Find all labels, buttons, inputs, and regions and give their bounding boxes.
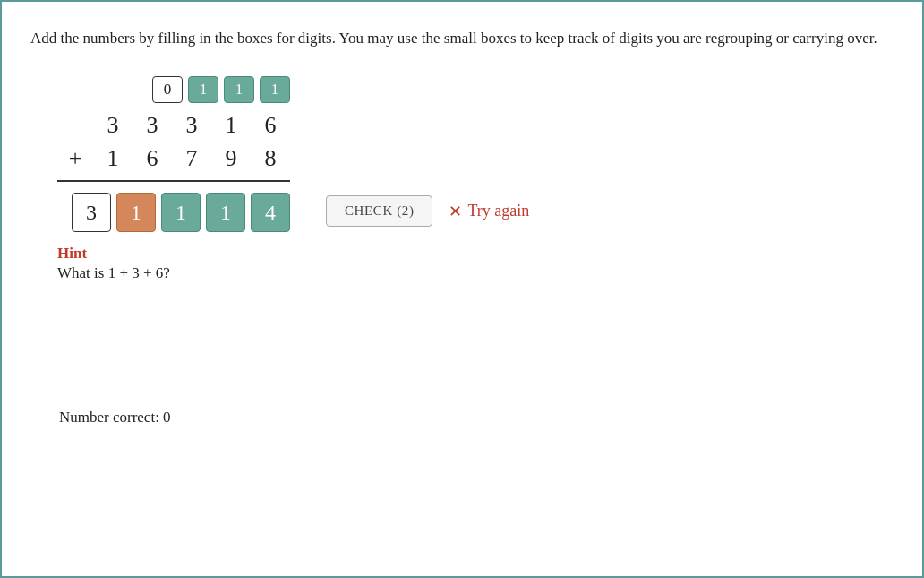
- answer-box-0[interactable]: 3: [72, 193, 111, 232]
- carry-box-2[interactable]: 1: [224, 76, 254, 103]
- addend1-digit-2: 3: [172, 109, 211, 142]
- carry-box-3[interactable]: 1: [260, 76, 290, 103]
- problem-area: 0 1 1 1 3 3 3 1 6 + 1 6 7 9 8: [57, 75, 894, 232]
- addend2-row: + 1 6 7 9 8: [57, 142, 290, 175]
- answer-box-3[interactable]: 1: [206, 193, 245, 232]
- addend2-digit-3: 9: [211, 142, 251, 175]
- try-again-icon: ✕: [449, 202, 462, 221]
- number-correct: Number correct: 0: [59, 409, 171, 427]
- try-again-label: Try again: [467, 202, 529, 220]
- carry-box-0[interactable]: 0: [152, 76, 183, 103]
- addend2-digit-2: 7: [172, 142, 211, 175]
- addend2-digit-4: 8: [251, 142, 290, 175]
- hint-text: What is 1 + 3 + 6?: [57, 264, 894, 282]
- addend1-digit-4: 6: [251, 109, 290, 142]
- addend2-digit-1: 6: [133, 142, 172, 175]
- divider: [57, 180, 290, 182]
- addend2-digit-0: 1: [93, 142, 133, 175]
- addition-block: 0 1 1 1 3 3 3 1 6 + 1 6 7 9 8: [57, 75, 290, 232]
- hint-section: Hint What is 1 + 3 + 6?: [57, 245, 894, 282]
- right-side: CHECK (2) ✕ Try again: [326, 195, 529, 232]
- try-again: ✕ Try again: [449, 202, 529, 221]
- hint-label: Hint: [57, 245, 894, 263]
- answer-box-2[interactable]: 1: [161, 193, 201, 232]
- carry-box-1[interactable]: 1: [188, 76, 218, 103]
- addend1-row: 3 3 3 1 6: [57, 109, 290, 142]
- addend1-digit-1: 3: [133, 109, 172, 142]
- addend1-digit-0: 3: [93, 109, 133, 142]
- answer-row: 3 1 1 1 4: [72, 193, 290, 232]
- plus-sign: +: [57, 142, 93, 175]
- addend1-digit-3: 1: [211, 109, 251, 142]
- carry-spacer: [107, 75, 147, 104]
- answer-box-1[interactable]: 1: [116, 193, 156, 232]
- instructions: Add the numbers by filling in the boxes …: [30, 27, 894, 50]
- answer-box-4[interactable]: 4: [251, 193, 290, 232]
- carry-row: 0 1 1 1: [107, 75, 290, 104]
- check-row: CHECK (2) ✕ Try again: [326, 195, 529, 227]
- check-button[interactable]: CHECK (2): [326, 195, 432, 227]
